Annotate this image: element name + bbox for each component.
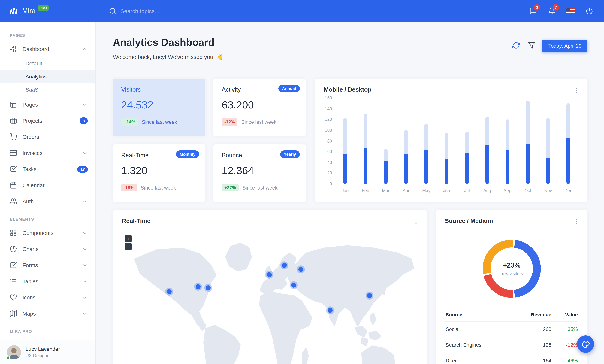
sidebar-user[interactable]: Lucy Lavender UX Designer: [0, 340, 95, 364]
stat-card-real-time: Real-TimeMonthly1.320-18%Since last week: [113, 144, 205, 202]
bar-group-jan[interactable]: Jan: [338, 98, 353, 184]
map-marker-china[interactable]: [367, 293, 372, 298]
x-axis-label: Jul: [464, 188, 469, 193]
sidebar-item-invoices[interactable]: Invoices: [0, 145, 95, 161]
user-role: UX Designer: [25, 353, 60, 358]
sidebar-item-tasks[interactable]: Tasks17: [0, 161, 95, 177]
map-marker-southeast-europe[interactable]: [291, 283, 296, 288]
stat-card-visitors: Visitors24.532+14%Since last week: [113, 79, 205, 136]
stat-period-badge[interactable]: Monthly: [176, 151, 199, 158]
card-menu-button[interactable]: [412, 218, 420, 227]
donut-chart-svg: [480, 237, 544, 301]
card-menu-button[interactable]: [572, 86, 581, 96]
bar-group-mar[interactable]: Mar: [378, 98, 393, 184]
bar-group-dec[interactable]: Dec: [561, 98, 576, 184]
bar-mobile-segment: [364, 148, 367, 184]
donut-segment-direct[interactable]: [487, 244, 513, 273]
map-marker-us-central[interactable]: [196, 284, 201, 289]
sidebar-item-tables[interactable]: Tables: [0, 273, 95, 289]
search-input[interactable]: [120, 8, 211, 14]
stat-period-badge[interactable]: Yearly: [280, 151, 300, 158]
messages-button[interactable]: 3: [525, 3, 541, 19]
stat-period-badge[interactable]: Annual: [278, 85, 300, 92]
filter-button[interactable]: [527, 40, 537, 51]
source-table-header-value: Value: [552, 308, 579, 321]
bar-group-may[interactable]: May: [419, 98, 434, 184]
bar-group-jul[interactable]: Jul: [459, 98, 474, 184]
sidebar-item-label: Projects: [23, 118, 42, 124]
bar-group-oct[interactable]: Oct: [520, 98, 535, 184]
donut-segment-search-engines[interactable]: [487, 275, 513, 294]
map-marker-russia[interactable]: [298, 267, 303, 272]
bar-group-sep[interactable]: Sep: [500, 98, 515, 184]
source-row-search-engines[interactable]: Search Engines125-12%: [445, 337, 579, 353]
stat-note: Since last week: [241, 119, 277, 125]
bar-desktop-segment: [343, 118, 347, 154]
world-map[interactable]: + −: [122, 230, 418, 364]
logout-button[interactable]: [581, 3, 597, 19]
sidebar-item-components[interactable]: Components: [0, 225, 95, 241]
donut-chart: +23% new visitors: [480, 237, 544, 301]
map-zoom-in-button[interactable]: +: [125, 235, 132, 242]
language-flag-button[interactable]: [563, 3, 579, 19]
sidebar-item-forms[interactable]: Forms: [0, 257, 95, 273]
mobile-desktop-card: Mobile / Desktop 020406080100120140160 J…: [315, 79, 588, 202]
top-navbar: Mira PRO 3 7: [0, 0, 604, 22]
sidebar-item-dashboard[interactable]: Dashboard: [0, 41, 95, 57]
map-zoom-out-button[interactable]: −: [125, 243, 132, 250]
realtime-map-card: Real-Time: [113, 210, 427, 364]
source-row-direct[interactable]: Direct164+46%: [445, 353, 579, 364]
sidebar-item-calendar[interactable]: Calendar: [0, 177, 95, 193]
y-axis-tick: 100: [325, 128, 332, 132]
sidebar-item-projects[interactable]: Projects8: [0, 113, 95, 129]
brand[interactable]: Mira PRO: [0, 6, 96, 16]
x-axis-label: Jan: [342, 188, 349, 193]
card-title: Source / Medium: [445, 218, 493, 224]
sidebar-item-icons[interactable]: Icons: [0, 289, 95, 305]
donut-segment-social[interactable]: [515, 244, 537, 294]
refresh-button[interactable]: [512, 40, 521, 51]
dashboard-row-1: Visitors24.532+14%Since last weekActivit…: [113, 79, 588, 202]
calendar-icon: [10, 182, 17, 189]
source-row-social[interactable]: Social260+35%: [445, 321, 579, 337]
bar-group-aug[interactable]: Aug: [480, 98, 495, 184]
more-vertical-icon: [573, 87, 580, 95]
sidebar-item-maps[interactable]: Maps: [0, 305, 95, 322]
sidebar-item-label: Calendar: [23, 182, 45, 188]
map-marker-western-europe[interactable]: [267, 272, 272, 277]
source-value: +35%: [552, 321, 579, 337]
theme-settings-fab[interactable]: [577, 336, 594, 353]
bar-mobile-segment: [526, 144, 530, 184]
notifications-button[interactable]: 7: [544, 3, 560, 19]
y-axis-tick: 120: [325, 117, 332, 122]
source-name: Social: [445, 321, 513, 337]
bar-chart-y-axis: 020406080100120140160: [324, 98, 335, 184]
briefcase-icon: [10, 117, 17, 124]
sidebar-subitem-saas[interactable]: SaaS: [0, 83, 95, 96]
bar-group-feb[interactable]: Feb: [358, 98, 373, 184]
sidebar-subitem-default[interactable]: Default: [0, 57, 95, 70]
card-menu-button[interactable]: [572, 218, 581, 227]
bar-desktop-segment: [465, 132, 469, 153]
stat-value: 24.532: [121, 99, 197, 111]
sidebar-item-orders[interactable]: Orders: [0, 129, 95, 145]
stat-card-activity: ActivityAnnual63.200-12%Since last week: [214, 79, 306, 136]
global-search: [109, 7, 211, 14]
sidebar-item-pages[interactable]: Pages: [0, 96, 95, 113]
sidebar-item-auth[interactable]: Auth: [0, 193, 95, 209]
y-axis-tick: 40: [327, 160, 332, 165]
map-marker-us-west[interactable]: [167, 289, 172, 294]
sidebar-item-charts[interactable]: Charts: [0, 241, 95, 257]
map-marker-northern-europe[interactable]: [282, 263, 287, 268]
map-marker-india[interactable]: [328, 308, 333, 313]
bar-group-nov[interactable]: Nov: [541, 98, 556, 184]
bar-group-apr[interactable]: Apr: [399, 98, 414, 184]
stat-title: Visitors: [121, 86, 197, 93]
date-range-button[interactable]: Today: April 29: [542, 40, 588, 52]
map-marker-us-east[interactable]: [206, 286, 211, 290]
map-zoom-controls: + −: [125, 235, 132, 250]
welcome-message: Welcome back, Lucy! We've missed you. 👋: [113, 54, 223, 60]
sidebar-subitem-analytics[interactable]: Analytics: [0, 70, 95, 83]
bar-group-jun[interactable]: Jun: [439, 98, 454, 184]
dashboard-row-2: Real-Time: [113, 210, 588, 364]
